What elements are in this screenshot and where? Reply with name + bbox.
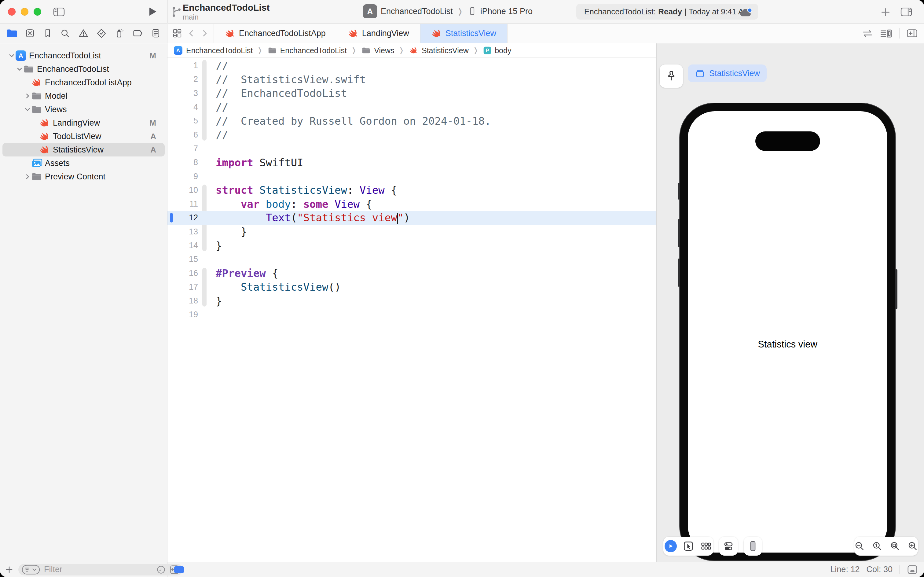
selectable-mode-icon[interactable] [682,540,695,552]
line-number[interactable]: 11 [167,199,198,209]
add-editor-icon[interactable] [906,27,919,39]
sidebar-item-EnchancedTodoList[interactable]: EnchancedTodoList [2,62,165,76]
related-items-icon[interactable] [172,28,182,39]
sidebar-item-Preview Content[interactable]: Preview Content [2,170,165,184]
line-number[interactable]: 4 [167,102,198,112]
bookmarks-navigator-icon[interactable] [42,28,53,39]
tab-strip: EnchancedTodoListAppLandingViewStatistic… [168,24,924,43]
code-area[interactable]: 1//2// StatisticsView.swift3// Enchanced… [167,58,656,322]
source-editor[interactable]: AEnchancedTodoList❭EnchancedTodoList❭Vie… [167,44,656,562]
sidebar-item-Views[interactable]: Views [2,103,165,116]
line-number[interactable]: 19 [167,310,198,319]
filter-input[interactable] [43,564,153,575]
tab-StatisticsView[interactable]: StatisticsView [420,24,507,43]
sidebar-item-LandingView[interactable]: LandingViewM [2,116,165,130]
iphone-screen[interactable]: Statistics view [688,111,887,553]
line-number[interactable]: 10 [167,185,198,195]
debug-navigator-icon[interactable] [114,27,125,39]
adjust-editor-options-icon[interactable] [880,27,893,39]
go-back-icon[interactable] [187,28,196,39]
sidebar-item-TodoListView[interactable]: TodoListViewA [2,130,165,143]
breadcrumb-EnchancedTodoList[interactable]: EnchancedTodoList [267,46,347,55]
breadcrumb-EnchancedTodoList[interactable]: AEnchancedTodoList [173,45,253,56]
device-settings-icon[interactable] [722,540,735,553]
add-toolbar-button[interactable] [880,7,891,18]
issues-navigator-icon[interactable] [77,28,89,39]
preview-iphone-icon[interactable] [747,540,759,553]
breadcrumb-StatisticsView[interactable]: StatisticsView [409,45,469,56]
line-number[interactable]: 6 [167,130,198,140]
line-number[interactable]: 5 [167,116,198,126]
sidebar-item-EnchancedTodoListApp[interactable]: EnchancedTodoListApp [2,76,165,89]
scheme-device-name[interactable]: iPhone 15 Pro [480,7,533,16]
breadcrumb-Views[interactable]: Views [361,46,394,55]
disclosure-closed-icon[interactable] [24,173,31,180]
line-number[interactable]: 8 [167,158,198,167]
line-number[interactable]: 16 [167,269,198,278]
sidebar-item-EnchancedTodoList[interactable]: AEnchancedTodoListM [2,49,165,62]
sidebar-item-StatisticsView[interactable]: StatisticsViewA [2,143,165,156]
filter-field[interactable] [18,564,183,575]
line-number[interactable]: 15 [167,255,198,264]
zoom-window-button[interactable] [34,8,41,16]
toggle-navigator-icon[interactable] [53,6,65,18]
breadcrumb-body[interactable]: Pbody [483,46,511,55]
zoom-out-icon[interactable] [854,540,865,552]
disclosure-open-icon[interactable] [24,106,31,113]
code-text: // [216,101,228,113]
line-number[interactable]: 1 [167,61,198,70]
breadcrumb-label: body [495,46,511,55]
source-control-navigator-icon[interactable] [24,28,35,39]
tests-navigator-icon[interactable] [96,28,107,39]
run-button[interactable] [146,5,158,18]
close-window-button[interactable] [8,8,16,16]
chevron-right-icon: ❭ [457,7,464,16]
folder-icon [362,47,370,55]
preview-device-control [744,537,762,556]
line-number[interactable]: 2 [167,74,198,84]
sidebar-item-Assets[interactable]: Assets [2,156,165,170]
line-number[interactable]: 3 [167,89,198,98]
editor-layout-icon[interactable] [906,564,919,575]
jump-bar[interactable]: AEnchancedTodoList❭EnchancedTodoList❭Vie… [167,44,656,58]
divider [899,28,900,39]
disclosure-closed-icon[interactable] [24,93,31,99]
pin-preview-icon[interactable] [660,64,683,88]
zoom-100-icon[interactable] [871,540,883,552]
scheme-selector[interactable]: A EnchancedTodoList ❭ iPhone 15 Pro [363,4,533,18]
line-number[interactable]: 9 [167,172,198,181]
disclosure-open-icon[interactable] [16,66,24,73]
line-number[interactable]: 13 [167,227,198,237]
scheme-project-name[interactable]: EnchancedTodoList [381,7,453,16]
disclosure-open-icon[interactable] [8,52,16,59]
recent-files-icon[interactable] [156,564,166,575]
sidebar-item-Model[interactable]: Model [2,89,165,103]
action-button [678,183,680,200]
variants-mode-icon[interactable] [700,540,712,552]
tab-label: LandingView [362,29,409,38]
toggle-inspector-icon[interactable] [900,6,913,18]
swift-icon [39,118,51,128]
breakpoints-navigator-icon[interactable] [132,28,144,39]
code-review-icon[interactable] [861,28,874,39]
line-number[interactable]: 17 [167,282,198,292]
go-forward-icon[interactable] [200,28,209,39]
line-number[interactable]: 7 [167,144,198,153]
zoom-in-icon[interactable] [907,540,919,552]
zoom-fit-icon[interactable] [889,540,901,552]
tab-EnchancedTodoListApp[interactable]: EnchancedTodoListApp [214,24,337,43]
line-number[interactable]: 18 [167,296,198,306]
file-label: Model [45,91,68,101]
editor-mode-indicator-icon[interactable] [174,566,184,573]
reports-navigator-icon[interactable] [151,27,161,39]
filter-options-icon[interactable] [21,564,40,575]
line-number[interactable]: 14 [167,241,198,250]
project-navigator-icon[interactable] [6,28,18,39]
tab-LandingView[interactable]: LandingView [337,24,420,43]
preview-target-pill[interactable]: StatisticsView [688,64,767,82]
live-preview-icon[interactable] [665,540,677,552]
minimize-window-button[interactable] [21,8,28,16]
add-file-icon[interactable] [4,565,14,575]
volume-up-button [678,219,680,247]
find-navigator-icon[interactable] [60,28,71,39]
